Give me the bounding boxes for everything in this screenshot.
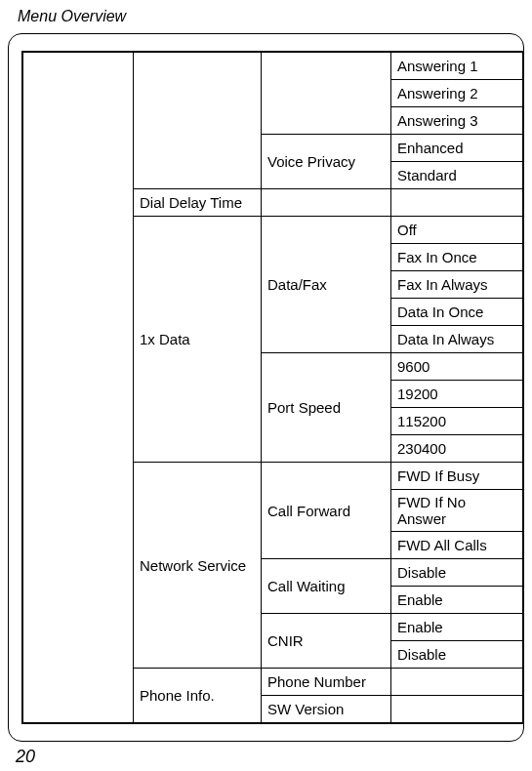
option-cell: Enable (391, 587, 524, 614)
option-cell: Off (391, 217, 524, 244)
option-cell: Enable (391, 614, 524, 641)
option-cell: FWD If No Answer (391, 490, 524, 532)
option-cell (391, 696, 524, 724)
subcat-cell: Dial Delay Time (134, 189, 262, 217)
option-cell: Disable (391, 559, 524, 587)
option-cell: Answering 3 (391, 107, 524, 135)
menu-table: Answering 1 Answering 2 Answering 3 Voic… (21, 51, 524, 724)
subcat-cell: 1x Data (134, 217, 262, 463)
subcat-cell: Network Service (134, 463, 262, 669)
option-cell: Fax In Always (391, 271, 524, 299)
option-cell: Answering 1 (391, 52, 524, 80)
setting-cell: Data/Fax (262, 217, 391, 353)
subcat-cell: Phone Info. (134, 669, 262, 724)
page-header: Menu Overview (18, 8, 126, 25)
page-number: 20 (16, 747, 35, 767)
option-cell: FWD All Calls (391, 532, 524, 559)
option-cell: Fax In Once (391, 244, 524, 271)
setting-cell: Phone Number (262, 669, 391, 696)
option-cell: 230400 (391, 435, 524, 463)
option-cell: Standard (391, 162, 524, 189)
category-cell (22, 52, 134, 723)
setting-cell: Call Forward (262, 463, 391, 559)
setting-cell: Call Waiting (262, 559, 391, 614)
setting-cell: CNIR (262, 614, 391, 669)
setting-cell: Port Speed (262, 353, 391, 463)
option-cell: Answering 2 (391, 80, 524, 107)
option-cell: Data In Once (391, 299, 524, 326)
setting-cell (262, 189, 391, 217)
option-cell: Data In Always (391, 326, 524, 353)
subcat-cell (134, 52, 262, 189)
option-cell: Enhanced (391, 135, 524, 162)
option-cell: 19200 (391, 381, 524, 408)
setting-cell (262, 52, 391, 135)
option-cell: 115200 (391, 408, 524, 435)
option-cell (391, 189, 524, 217)
option-cell: Disable (391, 641, 524, 669)
option-cell: FWD If Busy (391, 463, 524, 490)
option-cell: 9600 (391, 353, 524, 381)
setting-cell: Voice Privacy (262, 135, 391, 189)
setting-cell: SW Version (262, 696, 391, 724)
table-row: Answering 1 (22, 52, 523, 80)
option-cell (391, 669, 524, 696)
